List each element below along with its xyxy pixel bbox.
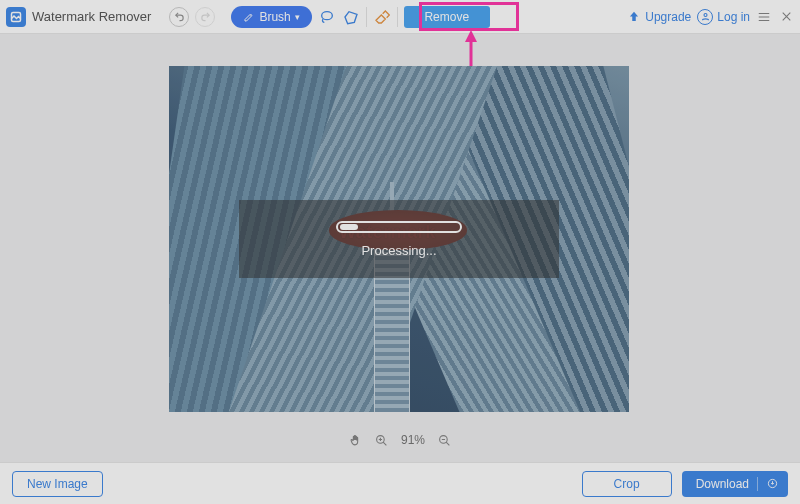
new-image-label: New Image [27, 477, 88, 491]
chevron-down-icon: ▾ [295, 12, 300, 22]
download-options-icon[interactable] [766, 478, 778, 490]
bottom-bar: New Image Crop Download [0, 462, 800, 504]
upgrade-link[interactable]: Upgrade [627, 10, 691, 24]
remove-label: Remove [424, 10, 469, 24]
pan-hand-icon[interactable] [349, 433, 363, 447]
svg-point-1 [321, 11, 332, 19]
undo-button[interactable] [169, 7, 189, 27]
processing-overlay: Processing... [239, 200, 559, 278]
upgrade-label: Upgrade [645, 10, 691, 24]
brush-label: Brush [259, 10, 290, 24]
close-icon[interactable] [778, 9, 794, 25]
crop-button[interactable]: Crop [582, 471, 672, 497]
svg-point-2 [704, 14, 707, 17]
crop-label: Crop [614, 477, 640, 491]
eraser-tool-button[interactable] [373, 8, 391, 26]
zoom-out-button[interactable] [437, 433, 451, 447]
progress-bar [336, 221, 462, 233]
image-canvas[interactable]: Watermark Processing... [169, 66, 629, 412]
zoom-bar: 91% [0, 428, 800, 452]
top-toolbar: Watermark Remover Brush ▾ Remove Upgrade… [0, 0, 800, 34]
new-image-button[interactable]: New Image [12, 471, 103, 497]
processing-status-text: Processing... [361, 243, 436, 258]
remove-button[interactable]: Remove [404, 6, 490, 28]
download-label: Download [696, 477, 749, 491]
brush-tool-button[interactable]: Brush ▾ [231, 6, 311, 28]
redo-button[interactable] [195, 7, 215, 27]
download-button[interactable]: Download [682, 471, 788, 497]
app-logo-icon [6, 7, 26, 27]
zoom-percent: 91% [401, 433, 425, 447]
lasso-tool-button[interactable] [318, 8, 336, 26]
login-label: Log in [717, 10, 750, 24]
separator [397, 7, 398, 27]
polygon-tool-button[interactable] [342, 8, 360, 26]
app-title: Watermark Remover [32, 9, 151, 24]
zoom-in-button[interactable] [375, 433, 389, 447]
menu-icon[interactable] [756, 9, 772, 25]
login-link[interactable]: Log in [697, 9, 750, 25]
separator [366, 7, 367, 27]
user-icon [697, 9, 713, 25]
progress-indicator [340, 224, 358, 230]
